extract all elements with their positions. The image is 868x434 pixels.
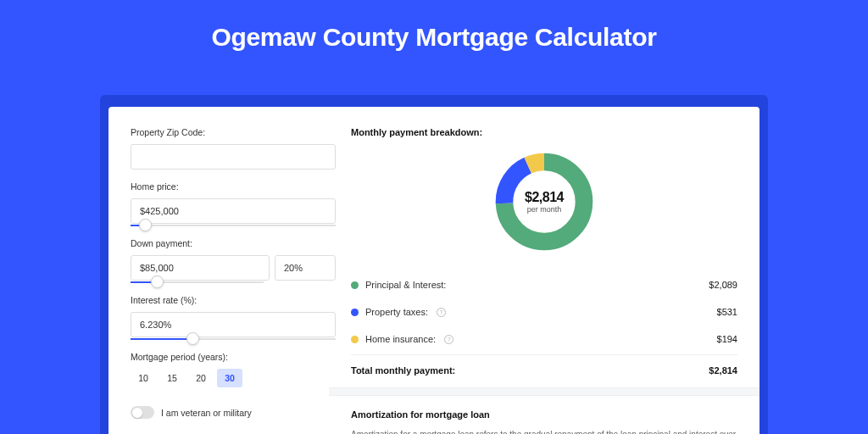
legend-value: $2,089 (709, 280, 737, 290)
slider-fill (131, 338, 192, 340)
period-field: Mortgage period (years): 10152030 (131, 352, 336, 387)
slider-thumb[interactable] (139, 219, 152, 231)
period-btn-30[interactable]: 30 (217, 369, 242, 387)
interest-label: Interest rate (%): (131, 295, 336, 305)
page-title: Ogemaw County Mortgage Calculator (0, 0, 868, 67)
slider-thumb[interactable] (186, 332, 199, 345)
info-icon[interactable]: ? (437, 308, 446, 317)
interest-input[interactable] (131, 312, 336, 337)
amortization-title: Amortization for mortgage loan (351, 409, 737, 420)
period-options: 10152030 (131, 369, 336, 387)
legend-row: Principal & Interest:$2,089 (351, 271, 737, 298)
legend-value: $194 (717, 334, 737, 344)
period-btn-15[interactable]: 15 (159, 369, 185, 387)
legend-row: Home insurance:?$194 (351, 326, 737, 353)
period-btn-20[interactable]: 20 (188, 369, 214, 387)
zip-label: Property Zip Code: (131, 127, 336, 137)
total-row: Total monthly payment: $2,814 (351, 354, 737, 387)
zip-input[interactable] (131, 144, 336, 170)
interest-slider[interactable] (131, 338, 336, 340)
down-payment-input[interactable] (131, 255, 270, 281)
home-price-input[interactable] (131, 198, 336, 224)
veteran-label: I am veteran or military (161, 408, 252, 418)
veteran-row: I am veteran or military (131, 406, 336, 419)
interest-field: Interest rate (%): (131, 295, 336, 340)
home-price-field: Home price: (131, 181, 336, 226)
calculator-card: Property Zip Code: Home price: Down paym… (108, 107, 760, 434)
home-price-label: Home price: (131, 181, 336, 192)
legend-label: Home insurance: (365, 334, 436, 344)
amortization-text: Amortization for a mortgage loan refers … (351, 428, 737, 434)
legend-row: Property taxes:?$531 (351, 298, 737, 326)
donut-per-month: per month (527, 205, 562, 214)
legend: Principal & Interest:$2,089Property taxe… (351, 271, 737, 353)
donut-amount: $2,814 (525, 190, 564, 205)
donut-chart-wrap: $2,814 per month (351, 149, 737, 254)
breakdown-title: Monthly payment breakdown: (351, 127, 737, 137)
toggle-knob (132, 408, 142, 418)
info-icon[interactable]: ? (444, 335, 453, 344)
form-column: Property Zip Code: Home price: Down paym… (131, 127, 336, 434)
home-price-slider[interactable] (131, 225, 336, 226)
legend-label: Principal & Interest: (365, 280, 446, 290)
section-divider (329, 387, 760, 396)
down-payment-label: Down payment: (131, 238, 336, 248)
total-label: Total monthly payment: (351, 365, 455, 376)
veteran-toggle[interactable] (131, 406, 154, 419)
slider-thumb[interactable] (151, 275, 164, 288)
total-value: $2,814 (709, 365, 737, 376)
legend-value: $531 (717, 307, 737, 317)
down-payment-slider[interactable] (131, 281, 264, 283)
legend-label: Property taxes: (365, 307, 428, 317)
legend-dot (351, 281, 359, 289)
down-payment-pct-input[interactable] (275, 255, 336, 281)
breakdown-column: Monthly payment breakdown: $2,814 per mo… (351, 127, 737, 434)
zip-field: Property Zip Code: (131, 127, 336, 170)
period-label: Mortgage period (years): (131, 352, 336, 362)
legend-dot (351, 309, 359, 316)
period-btn-10[interactable]: 10 (131, 369, 156, 387)
legend-dot (351, 336, 359, 343)
down-payment-field: Down payment: (131, 238, 336, 283)
donut-chart: $2,814 per month (492, 149, 597, 254)
donut-center: $2,814 per month (492, 149, 597, 254)
